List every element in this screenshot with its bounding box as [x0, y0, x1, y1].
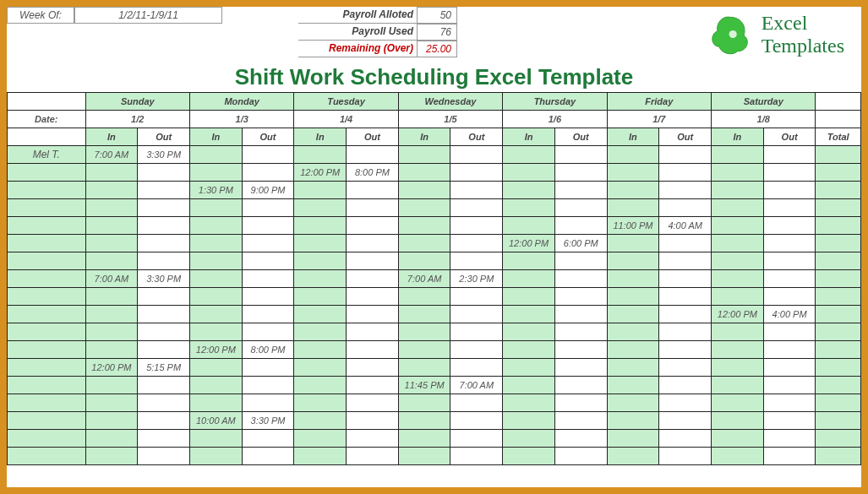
in-cell[interactable] [294, 306, 347, 323]
employee-name-cell[interactable] [8, 359, 86, 377]
out-cell[interactable] [450, 341, 503, 359]
in-cell[interactable] [607, 252, 659, 270]
employee-name-cell[interactable] [8, 394, 86, 412]
in-cell[interactable] [712, 199, 764, 217]
out-cell[interactable] [659, 270, 712, 288]
out-cell[interactable] [450, 412, 503, 430]
employee-name-cell[interactable] [8, 235, 86, 252]
in-cell[interactable] [294, 288, 347, 306]
out-cell[interactable] [450, 323, 503, 341]
out-cell[interactable] [554, 270, 607, 288]
out-cell[interactable] [347, 217, 399, 235]
out-cell[interactable] [347, 235, 399, 252]
out-cell[interactable] [763, 323, 816, 341]
out-cell[interactable] [450, 306, 503, 323]
in-cell[interactable] [712, 182, 764, 199]
in-cell[interactable] [85, 306, 138, 323]
in-cell[interactable] [398, 288, 450, 306]
out-cell[interactable] [763, 412, 816, 430]
in-cell[interactable] [398, 341, 450, 359]
out-cell[interactable] [138, 430, 190, 448]
in-cell[interactable] [607, 359, 659, 377]
out-cell[interactable] [138, 182, 190, 199]
out-cell[interactable] [554, 199, 607, 217]
employee-name-cell[interactable] [8, 377, 86, 394]
out-cell[interactable] [659, 448, 712, 465]
in-cell[interactable] [85, 430, 138, 448]
out-cell[interactable] [450, 394, 503, 412]
out-cell[interactable] [763, 448, 816, 465]
in-cell[interactable] [85, 377, 138, 394]
out-cell[interactable] [242, 430, 294, 448]
in-cell[interactable] [607, 341, 659, 359]
in-cell[interactable] [607, 182, 659, 199]
in-cell[interactable] [294, 359, 347, 377]
out-cell[interactable] [659, 288, 712, 306]
employee-name-cell[interactable] [8, 412, 86, 430]
in-cell[interactable]: 12:00 PM [189, 341, 242, 359]
in-cell[interactable] [503, 448, 555, 465]
in-cell[interactable] [85, 412, 138, 430]
out-cell[interactable] [242, 306, 294, 323]
in-cell[interactable] [607, 394, 659, 412]
out-cell[interactable] [450, 252, 503, 270]
out-cell[interactable] [450, 288, 503, 306]
out-cell[interactable] [450, 359, 503, 377]
out-cell[interactable] [347, 412, 399, 430]
in-cell[interactable] [607, 146, 659, 164]
out-cell[interactable] [242, 323, 294, 341]
out-cell[interactable]: 2:30 PM [450, 270, 503, 288]
in-cell[interactable] [607, 270, 659, 288]
out-cell[interactable] [450, 182, 503, 199]
out-cell[interactable] [659, 199, 712, 217]
in-cell[interactable] [398, 199, 450, 217]
out-cell[interactable] [347, 252, 399, 270]
in-cell[interactable] [189, 377, 242, 394]
out-cell[interactable] [138, 306, 190, 323]
in-cell[interactable] [398, 252, 450, 270]
in-cell[interactable]: 7:00 AM [398, 270, 450, 288]
out-cell[interactable]: 3:30 PM [138, 270, 190, 288]
out-cell[interactable] [554, 448, 607, 465]
in-cell[interactable]: 12:00 PM [294, 164, 347, 182]
out-cell[interactable] [659, 146, 712, 164]
out-cell[interactable] [242, 146, 294, 164]
employee-name-cell[interactable] [8, 323, 86, 341]
in-cell[interactable]: 10:00 AM [189, 412, 242, 430]
out-cell[interactable] [763, 217, 816, 235]
in-cell[interactable] [607, 323, 659, 341]
in-cell[interactable] [294, 252, 347, 270]
out-cell[interactable] [138, 377, 190, 394]
in-cell[interactable] [85, 341, 138, 359]
out-cell[interactable] [242, 164, 294, 182]
in-cell[interactable]: 1:30 PM [189, 182, 242, 199]
in-cell[interactable] [503, 270, 555, 288]
out-cell[interactable] [554, 306, 607, 323]
out-cell[interactable] [763, 199, 816, 217]
in-cell[interactable] [398, 359, 450, 377]
out-cell[interactable] [347, 199, 399, 217]
in-cell[interactable] [294, 394, 347, 412]
in-cell[interactable]: 12:00 PM [712, 306, 764, 323]
in-cell[interactable] [294, 341, 347, 359]
in-cell[interactable] [607, 235, 659, 252]
in-cell[interactable] [503, 359, 555, 377]
out-cell[interactable] [763, 182, 816, 199]
in-cell[interactable]: 11:00 PM [607, 217, 659, 235]
out-cell[interactable] [242, 235, 294, 252]
in-cell[interactable] [503, 182, 555, 199]
out-cell[interactable] [763, 394, 816, 412]
out-cell[interactable] [242, 199, 294, 217]
in-cell[interactable] [503, 252, 555, 270]
employee-name-cell[interactable] [8, 199, 86, 217]
out-cell[interactable]: 4:00 PM [763, 306, 816, 323]
date-wed[interactable]: 1/5 [398, 111, 502, 128]
in-cell[interactable] [189, 306, 242, 323]
in-cell[interactable] [294, 235, 347, 252]
in-cell[interactable] [85, 164, 138, 182]
out-cell[interactable] [242, 448, 294, 465]
out-cell[interactable] [659, 323, 712, 341]
in-cell[interactable] [85, 182, 138, 199]
out-cell[interactable] [659, 430, 712, 448]
out-cell[interactable] [763, 146, 816, 164]
